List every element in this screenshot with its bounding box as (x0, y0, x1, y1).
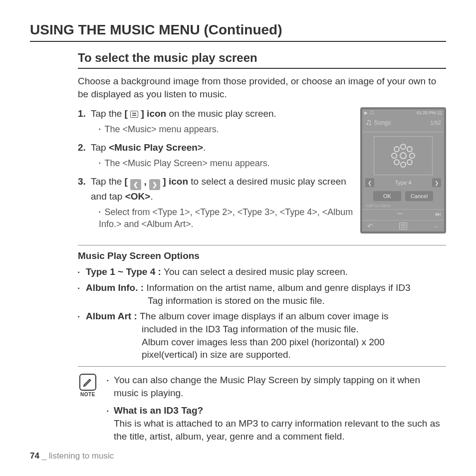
note-2: What is an ID3 Tag? This is what is atta… (107, 404, 446, 443)
add-to-alarm-label: Add to Alarm (362, 203, 444, 209)
svg-point-2 (401, 162, 406, 167)
list-icon[interactable] (399, 223, 407, 230)
music-note-icon: ♫ (365, 117, 372, 128)
next-track-icon: ⏭ (435, 211, 441, 219)
step-3-sub: Select from <Type 1>, <Type 2>, <Type 3>… (99, 206, 353, 231)
option-type: Type 1 ~ Type 4 : You can select a desir… (78, 265, 446, 278)
note-1: You can also change the Music Play Scree… (107, 374, 446, 399)
type-label: Type 4 (395, 180, 411, 186)
device-time: 01:25 PM (417, 110, 436, 115)
pencil-icon (79, 374, 96, 391)
play-icon: ▶ (364, 110, 368, 115)
options-heading: Music Play Screen Options (78, 250, 446, 261)
prev-type-button[interactable]: ❮ (365, 178, 374, 187)
section-title: To select the music play screen (78, 51, 446, 69)
svg-point-0 (400, 153, 406, 159)
note-label: NOTE (78, 392, 98, 397)
step-1: Tap the [ ] icon on the music play scree… (78, 107, 353, 135)
step-3: Tap the [ ❮ , ❯ ] icon to select a desir… (78, 175, 353, 230)
next-type-button[interactable]: ❯ (432, 178, 441, 187)
songs-label: Songs (372, 119, 431, 126)
option-album-art: Album Art : The album cover image displa… (78, 310, 446, 361)
battery-icon: ▯▯ (437, 110, 442, 115)
track-counter: 1/52 (431, 120, 441, 126)
step-1-sub: The <Music> menu appears. (99, 123, 353, 135)
intro-text: Choose a background image from those pro… (78, 75, 446, 100)
svg-point-3 (392, 153, 397, 158)
note-list: You can also change the Music Play Scree… (107, 374, 446, 443)
page-title: USING THE MUSIC MENU (Continued) (30, 22, 446, 42)
divider (78, 366, 446, 367)
step-2: Tap <Music Play Screen>. The <Music Play… (78, 141, 353, 169)
ok-button[interactable]: OK (373, 191, 401, 201)
svg-point-6 (407, 147, 412, 152)
right-arrow-icon: ❯ (149, 179, 160, 190)
svg-point-1 (401, 144, 406, 149)
menu-icon (130, 111, 138, 118)
page-number: 74 (30, 451, 39, 461)
repeat-icon: ☐ (370, 110, 374, 115)
divider (78, 245, 446, 245)
steps-list: Tap the [ ] icon on the music play scree… (78, 107, 353, 230)
page-footer: 74 _ listening to music (30, 451, 114, 461)
options-list: Type 1 ~ Type 4 : You can select a desir… (78, 265, 446, 361)
svg-point-7 (394, 160, 399, 165)
chevron-down-icon: ︾ (397, 211, 403, 219)
option-album-info: Album Info. : Information on the artist … (78, 281, 446, 307)
svg-point-4 (410, 153, 415, 158)
footer-section: listening to music (49, 451, 114, 461)
svg-point-5 (394, 147, 399, 152)
note-badge: NOTE (78, 374, 98, 448)
step-2-sub: The <Music Play Screen> menu appears. (99, 157, 353, 169)
svg-point-8 (407, 160, 412, 165)
cancel-button[interactable]: Cancel (405, 191, 433, 201)
album-art-preview (374, 136, 433, 175)
shuffle-icon[interactable]: ↔ (431, 222, 441, 230)
left-arrow-icon: ❮ (130, 179, 141, 190)
back-icon[interactable]: ↶ (365, 222, 375, 230)
device-screenshot: ▶ ☐ 01:25 PM ▯▯ ♫ Songs 1/52 (360, 107, 446, 234)
